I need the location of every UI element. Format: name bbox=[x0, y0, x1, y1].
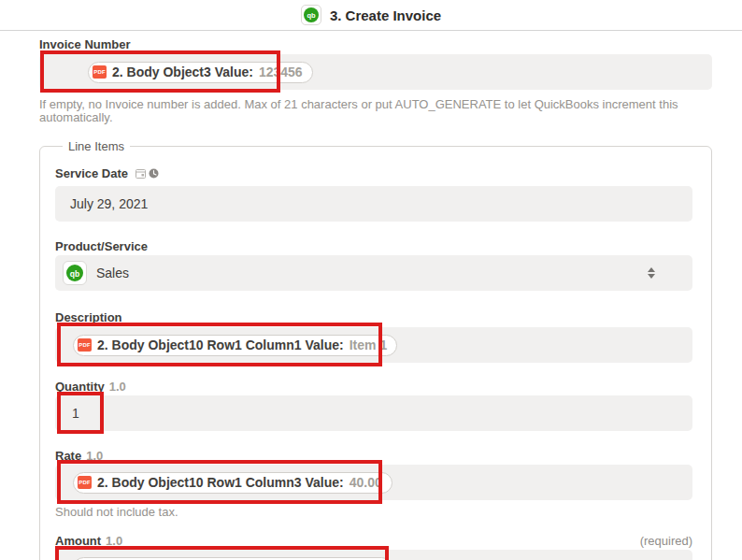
token-label: 2. Body Object3 Value: bbox=[112, 65, 253, 79]
service-date-label: Service Date bbox=[55, 166, 692, 180]
token-label: 2. Body Object10 Row1 Column1 Value: bbox=[97, 337, 344, 352]
required-note: (required) bbox=[640, 534, 692, 548]
step-header: qb 3. Create Invoice bbox=[0, 0, 742, 31]
product-service-value: Sales bbox=[96, 266, 129, 280]
quantity-label: Quantity 1.0 bbox=[55, 380, 692, 394]
description-token[interactable]: PDF 2. Body Object10 Row1 Column1 Value:… bbox=[73, 335, 397, 356]
pdf-icon: PDF bbox=[93, 65, 107, 79]
rate-token[interactable]: PDF 2. Body Object10 Row1 Column3 Value:… bbox=[73, 472, 392, 494]
quantity-value: 1 bbox=[72, 406, 79, 421]
quantity-default-hint: 1.0 bbox=[109, 380, 126, 394]
service-date-value: July 29, 2021 bbox=[70, 196, 148, 211]
select-chevrons-icon bbox=[648, 267, 655, 279]
invoice-number-field[interactable]: PDF 2. Body Object3 Value: 123456 bbox=[39, 54, 712, 90]
svg-text:qb: qb bbox=[70, 269, 79, 279]
token-label: 2. Body Object10 Row1 Column3 Value: bbox=[97, 475, 344, 490]
quickbooks-app-icon: qb bbox=[301, 5, 321, 25]
token-value: 40.00 bbox=[350, 475, 382, 490]
amount-default-hint: 1.0 bbox=[106, 534, 122, 548]
line-items-fieldset: Line Items Service Date July 29, 2021 Pr bbox=[39, 139, 712, 560]
amount-field[interactable]: PDF 2. Body Object10 Row1 Column4 Value:… bbox=[55, 550, 692, 560]
token-value: Item 1 bbox=[350, 337, 387, 352]
description-label: Description bbox=[55, 310, 692, 324]
invoice-number-token[interactable]: PDF 2. Body Object3 Value: 123456 bbox=[88, 62, 313, 83]
annotation-highlight-quantity bbox=[57, 392, 104, 434]
product-service-select[interactable]: qb Sales bbox=[55, 255, 692, 291]
svg-text:qb: qb bbox=[307, 11, 316, 20]
pdf-icon: PDF bbox=[78, 476, 92, 489]
page-title: 3. Create Invoice bbox=[330, 7, 441, 23]
quickbooks-item-icon: qb bbox=[63, 261, 87, 285]
pdf-icon: PDF bbox=[78, 338, 92, 352]
product-service-label: Product/Service bbox=[55, 239, 692, 253]
amount-label: Amount 1.0 (required) bbox=[55, 534, 692, 548]
invoice-number-label: Invoice Number bbox=[39, 37, 712, 51]
rate-label: Rate 1.0 bbox=[55, 449, 692, 463]
invoice-number-help: If empty, no Invoice number is added. Ma… bbox=[39, 98, 712, 124]
quickbooks-logo-icon: qb bbox=[304, 7, 319, 22]
rate-field[interactable]: PDF 2. Body Object10 Row1 Column3 Value:… bbox=[55, 465, 692, 500]
service-date-field[interactable]: July 29, 2021 bbox=[55, 186, 692, 222]
quickbooks-logo-icon: qb bbox=[66, 265, 83, 281]
calendar-icon bbox=[136, 168, 146, 179]
description-field[interactable]: PDF 2. Body Object10 Row1 Column1 Value:… bbox=[55, 327, 692, 363]
rate-default-hint: 1.0 bbox=[86, 449, 103, 463]
token-value: 123456 bbox=[259, 65, 303, 79]
quantity-field[interactable]: 1 bbox=[55, 395, 692, 431]
main-content: Invoice Number PDF 2. Body Object3 Value… bbox=[0, 31, 742, 560]
line-items-legend: Line Items bbox=[63, 139, 130, 153]
rate-help: Should not include tax. bbox=[55, 506, 692, 519]
clock-icon bbox=[149, 168, 159, 179]
amount-token[interactable]: PDF 2. Body Object10 Row1 Column4 Value:… bbox=[73, 557, 392, 560]
